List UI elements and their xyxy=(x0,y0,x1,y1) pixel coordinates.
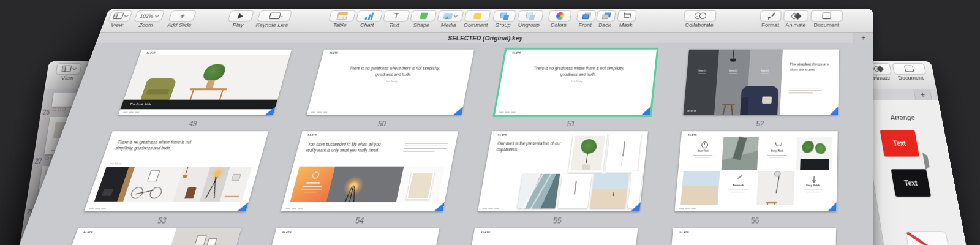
document-button[interactable]: Document xyxy=(810,10,843,29)
chevron-down-icon xyxy=(124,13,128,18)
toolbar-label: Format xyxy=(761,23,779,29)
mask-button[interactable]: Mask xyxy=(616,10,637,29)
transition-indicator-icon xyxy=(265,107,276,115)
slide-heading: You have succeeded in life when all you … xyxy=(306,141,393,153)
toolbar-label: Shape xyxy=(413,23,430,29)
colors-icon xyxy=(556,12,565,20)
colors-button[interactable]: Colors xyxy=(547,10,572,29)
chart-icon xyxy=(365,12,374,19)
toolbar-label: Animate xyxy=(785,23,806,29)
slide-quote: There is no greatness where there is not… xyxy=(345,66,443,77)
slide-number: 49 xyxy=(114,119,272,127)
format-button[interactable]: Format xyxy=(760,10,782,29)
slide-number: 51 xyxy=(492,119,649,127)
slide-50-thumbnail[interactable]: SLATE There is no greatness where there … xyxy=(307,50,474,115)
toolbar-label: Add Slide xyxy=(166,23,192,29)
slide-57-thumbnail[interactable]: SLATE xyxy=(60,228,241,245)
slide-52-thumbnail[interactable]: Step 01 Step 02 Step 03 The simplest thi… xyxy=(683,50,839,115)
zoom-button[interactable]: 102% Zoom xyxy=(131,10,165,29)
chart-button[interactable]: Chart xyxy=(354,10,383,29)
toolbar-label: Table xyxy=(333,23,347,29)
slide-photo-strip xyxy=(290,167,445,202)
comment-button[interactable]: Comment xyxy=(462,10,491,29)
no-style-preset[interactable] xyxy=(905,231,952,245)
shape-button[interactable]: Shape xyxy=(409,10,437,29)
feature-title: Easy Mobile xyxy=(795,184,831,187)
feature-tile: Keep Work xyxy=(758,137,796,170)
collage-tile-text xyxy=(558,174,592,208)
media-icon xyxy=(443,13,453,19)
text-button[interactable]: T Text xyxy=(381,10,410,29)
feature-photo xyxy=(756,171,794,205)
toolbar-label: Play xyxy=(232,23,244,29)
slide-logo: SLATE xyxy=(688,134,697,136)
comment-icon xyxy=(473,13,482,19)
feature-tile: Save Time xyxy=(684,137,722,170)
slide-51-thumbnail-selected[interactable]: SLATE There is no greatness where there … xyxy=(495,50,657,115)
view-button[interactable]: View xyxy=(105,10,133,29)
toolbar-label: Zoom xyxy=(138,23,154,29)
slide-59-thumbnail[interactable]: SLATE xyxy=(466,228,638,245)
toolbar-label: Front xyxy=(578,23,592,29)
play-button[interactable]: Play xyxy=(225,10,254,29)
transition-indicator-icon xyxy=(827,202,837,211)
toolbar-label: Keynote Live xyxy=(255,23,288,29)
slide-photo xyxy=(124,55,290,100)
slide-cell: There is no greatness where there is not… xyxy=(79,131,268,225)
ungroup-button[interactable]: Ungroup xyxy=(516,10,543,29)
toolbar-label: Collaborate xyxy=(685,23,714,29)
slide-60-thumbnail[interactable]: SLATE xyxy=(668,228,836,245)
slide-quote: There is no greatness where there is not… xyxy=(530,66,627,77)
document-icon xyxy=(904,66,914,72)
animate-button[interactable]: Animate xyxy=(783,10,809,29)
new-tab-button[interactable]: + xyxy=(913,89,932,100)
new-tab-button[interactable]: + xyxy=(853,33,873,43)
slide-number: 54 xyxy=(277,216,442,225)
document-icon xyxy=(823,13,831,20)
chevron-down-icon xyxy=(454,13,458,18)
feature-photo xyxy=(796,137,832,170)
media-button[interactable]: Media xyxy=(435,10,464,29)
transition-indicator-icon xyxy=(453,107,463,115)
style-preset-black[interactable]: Text xyxy=(891,169,931,197)
back-button[interactable]: Back xyxy=(595,10,616,29)
tab-arrange[interactable]: Arrange xyxy=(863,114,943,121)
slide-cell: SLATE There is no greatness where there … xyxy=(492,50,657,127)
slide-number: 52 xyxy=(682,119,838,127)
view-button[interactable]: View xyxy=(55,63,82,81)
document-tab[interactable]: SELECTED (Original).key xyxy=(447,35,523,42)
group-button[interactable]: Group xyxy=(491,10,517,29)
slide-58-thumbnail[interactable]: SLATE xyxy=(263,228,439,245)
toolbar-label: Mask xyxy=(619,23,633,29)
slide-55-thumbnail[interactable]: SLATE Our work is the presentation of ou… xyxy=(478,131,648,211)
style-preset-red[interactable]: Text xyxy=(880,130,919,156)
slide-text-panel: The simplest things are often the truest xyxy=(780,50,839,115)
slide-cell: SLATE You have succeeded in life when al… xyxy=(277,131,458,225)
slide-54-thumbnail[interactable]: SLATE You have succeeded in life when al… xyxy=(281,131,459,211)
transition-indicator-icon xyxy=(631,202,641,211)
step-label: Step 02 xyxy=(718,70,748,74)
collaborate-icon: ✓ xyxy=(694,13,706,20)
slide-number: 53 xyxy=(79,216,244,225)
slide-49-thumbnail[interactable]: SLATE The Book Aisle xyxy=(118,50,292,115)
slide-logo: SLATE xyxy=(282,231,292,234)
table-button[interactable]: Table xyxy=(326,10,356,29)
slide-cell: SLATE xyxy=(263,228,439,245)
slide-56-thumbnail[interactable]: SLATE Save Time xyxy=(674,131,837,211)
keynote-light-table-window: View 102% Zoom + Add Slide Play » Keynot… xyxy=(0,9,873,245)
front-window-plane: View 102% Zoom + Add Slide Play » Keynot… xyxy=(0,9,873,245)
collage-tile-building xyxy=(518,174,560,208)
feature-photo xyxy=(721,137,759,170)
front-icon xyxy=(582,13,591,20)
next-presets-arrow[interactable] xyxy=(923,156,930,167)
group-icon xyxy=(500,12,510,19)
front-button[interactable]: Front xyxy=(575,10,596,29)
feature-tile: Research xyxy=(718,171,757,205)
slide-53-thumbnail[interactable]: There is no greatness where there is not… xyxy=(84,131,268,211)
collaborate-button[interactable]: ✓ Collaborate xyxy=(683,10,717,29)
add-slide-button[interactable]: + Add Slide xyxy=(166,10,197,29)
document-button[interactable]: Document xyxy=(892,63,928,81)
lamp-photo xyxy=(326,167,404,202)
slide-number: 27 xyxy=(32,157,42,164)
keynote-live-button[interactable]: » Keynote Live xyxy=(255,10,292,29)
